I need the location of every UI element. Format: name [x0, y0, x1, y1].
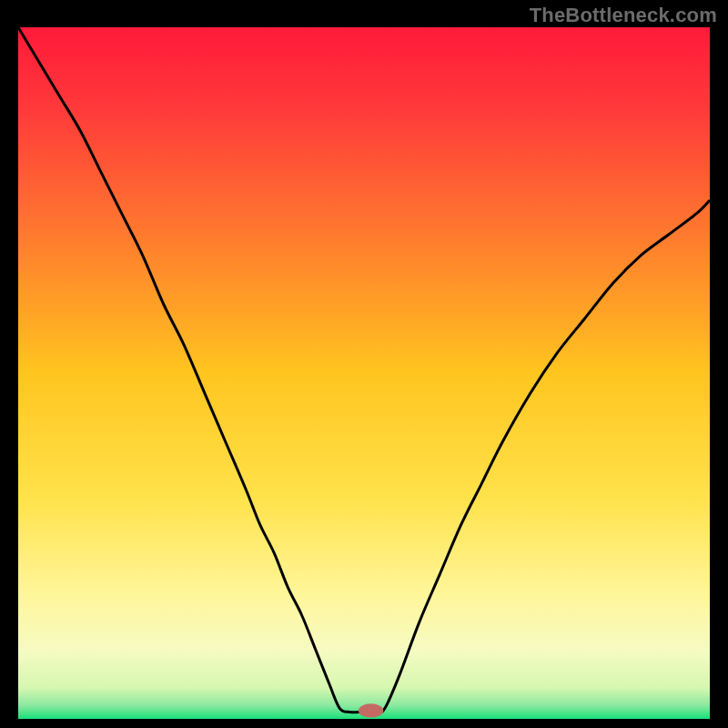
bottleneck-curve — [18, 27, 710, 713]
minimum-marker — [359, 703, 383, 717]
chart-frame: TheBottleneck.com — [0, 0, 728, 728]
watermark-text: TheBottleneck.com — [530, 4, 717, 27]
plot-area — [18, 27, 710, 705]
curve-layer — [18, 27, 710, 719]
